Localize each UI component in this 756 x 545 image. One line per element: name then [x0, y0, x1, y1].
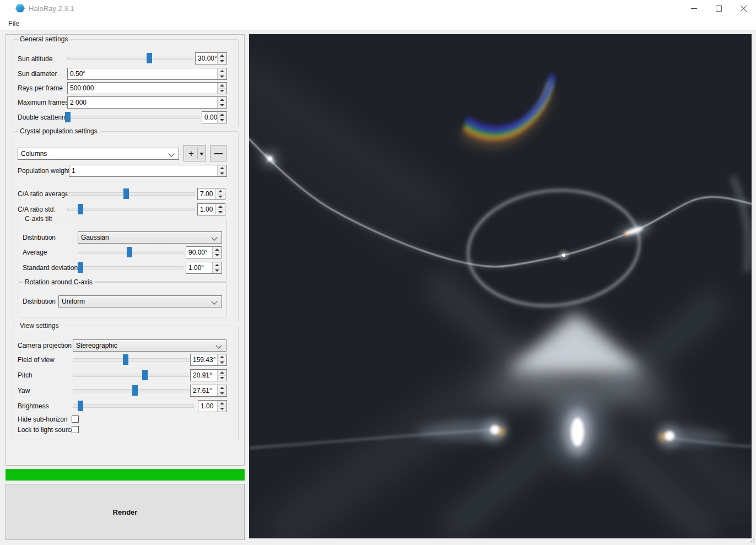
ca-ratio-std-slider-handle[interactable]: [78, 204, 83, 214]
arrow-down-icon: [220, 75, 224, 78]
crystal-population-group: Crystal population settings Columns + Po…: [13, 131, 239, 321]
sun-altitude-slider-handle[interactable]: [147, 53, 152, 63]
field-of-view-slider-handle[interactable]: [123, 354, 128, 365]
rotation-distribution-combobox[interactable]: Uniform: [58, 295, 222, 307]
hide-sub-horizon-checkbox[interactable]: [72, 416, 79, 423]
chevron-down-icon: [211, 234, 217, 240]
group-title: View settings: [18, 322, 61, 330]
spin-down-button[interactable]: [218, 360, 226, 365]
brightness-spinbox[interactable]: 1.00: [198, 400, 227, 412]
ca-ratio-average-label: C/A ratio average: [18, 190, 69, 198]
tilt-std-slider-handle[interactable]: [78, 262, 83, 273]
spin-buttons: [212, 247, 222, 258]
arrow-down-icon: [220, 392, 224, 395]
menu-file[interactable]: File: [6, 19, 22, 29]
spinbox-value: 0.50°: [70, 70, 85, 78]
ca-ratio-std-spinbox[interactable]: 1.00: [197, 203, 225, 215]
camera-projection-combobox[interactable]: Stereographic: [73, 339, 226, 352]
arrow-down-icon: [220, 104, 224, 106]
parhelic-knot-left: [261, 150, 279, 168]
ca-ratio-average-slider-handle[interactable]: [123, 188, 129, 199]
yaw-slider-handle[interactable]: [132, 385, 138, 396]
rays-per-frame-spinbox[interactable]: 500 000: [67, 82, 227, 94]
yaw-spinbox[interactable]: 27.61°: [190, 385, 227, 397]
arrow-down-icon: [215, 254, 219, 256]
spin-down-button[interactable]: [218, 117, 226, 123]
add-population-dropdown-icon[interactable]: [199, 153, 204, 155]
spin-buttons: [217, 385, 226, 396]
double-scattering-slider-handle[interactable]: [65, 112, 71, 122]
close-button[interactable]: [731, 0, 756, 17]
pitch-slider-handle[interactable]: [142, 370, 148, 380]
add-population-button[interactable]: +: [183, 145, 206, 161]
elliptical-halo-arc: [462, 182, 645, 314]
field-of-view-spinbox[interactable]: 159.43°: [190, 354, 227, 366]
spinbox-value: 90.00°: [188, 249, 208, 256]
spin-down-button[interactable]: [218, 88, 226, 94]
sun-altitude-spinbox[interactable]: 30.00°: [195, 52, 227, 64]
plus-icon: +: [184, 148, 198, 159]
outer-halo-right-highlight: [732, 176, 748, 272]
spin-down-button[interactable]: [218, 74, 226, 79]
spin-down-button[interactable]: [218, 406, 226, 412]
bottom-center-light-pillar: [554, 396, 601, 468]
render-button[interactable]: Render: [6, 484, 245, 540]
spin-down-button[interactable]: [216, 209, 225, 215]
tilt-distribution-combobox[interactable]: Gaussian: [78, 231, 222, 244]
arrow-down-icon: [220, 361, 224, 364]
sun-diameter-spinbox[interactable]: 0.50°: [67, 68, 227, 80]
spin-down-button[interactable]: [216, 194, 225, 199]
settings-panel: General settings Sun altitude 30.00° Sun…: [6, 34, 245, 466]
yaw-label: Yaw: [18, 387, 30, 395]
spin-down-button[interactable]: [218, 58, 226, 64]
yaw-slider[interactable]: [73, 389, 193, 392]
minimize-button[interactable]: [682, 0, 706, 17]
arrow-up-icon: [220, 387, 224, 389]
spin-down-button[interactable]: [213, 268, 222, 273]
ca-ratio-average-spinbox[interactable]: 7.00: [197, 188, 225, 200]
tilt-std-spinbox[interactable]: 1.00°: [186, 262, 222, 274]
spin-down-button[interactable]: [218, 171, 226, 176]
titlebar[interactable]: HaloRay 2.3.1: [0, 0, 756, 17]
brightness-slider[interactable]: [73, 404, 194, 408]
spin-down-button[interactable]: [218, 102, 226, 108]
resize-grip[interactable]: [750, 539, 754, 543]
spinbox-value: 0.00: [204, 114, 217, 121]
double-scattering-slider[interactable]: [66, 116, 199, 119]
spin-down-button[interactable]: [213, 252, 222, 258]
render-progress-bar: [6, 469, 245, 481]
tilt-average-slider[interactable]: [78, 251, 183, 254]
arrow-down-icon: [215, 269, 219, 272]
sun-altitude-slider[interactable]: [67, 57, 193, 60]
tilt-average-spinbox[interactable]: 90.00°: [186, 246, 222, 258]
spinbox-value: 2 000: [70, 99, 87, 106]
population-selector-combobox[interactable]: Columns: [18, 148, 179, 160]
arrow-up-icon: [220, 371, 224, 374]
tilt-average-slider-handle[interactable]: [127, 247, 132, 257]
pitch-slider[interactable]: [73, 374, 193, 377]
combobox-value: Columns: [21, 150, 47, 158]
spin-down-button[interactable]: [218, 375, 226, 381]
brightness-slider-handle[interactable]: [78, 401, 83, 411]
maximum-frames-spinbox[interactable]: 2 000: [67, 96, 227, 109]
ca-ratio-std-slider[interactable]: [67, 208, 195, 211]
spin-down-button[interactable]: [218, 391, 226, 396]
arrow-up-icon: [220, 356, 224, 358]
pitch-spinbox[interactable]: 20.91°: [190, 369, 227, 381]
remove-population-button[interactable]: [210, 145, 226, 161]
lock-to-light-source-checkbox[interactable]: [72, 426, 79, 433]
arrow-up-icon: [215, 264, 219, 266]
field-of-view-label: Field of view: [18, 356, 55, 364]
spinbox-value: 20.91°: [193, 371, 212, 379]
tilt-std-slider[interactable]: [78, 266, 183, 269]
spin-buttons: [217, 97, 226, 108]
ca-ratio-average-slider[interactable]: [67, 192, 195, 196]
population-weight-spinbox[interactable]: 1: [69, 165, 227, 177]
arrow-up-icon: [220, 84, 224, 87]
field-of-view-slider[interactable]: [73, 358, 193, 361]
render-viewport[interactable]: [249, 34, 752, 538]
double-scattering-spinbox[interactable]: 0.00: [202, 111, 227, 123]
menubar: File: [0, 17, 756, 31]
maximize-button[interactable]: [706, 0, 731, 17]
chevron-down-icon: [215, 342, 222, 348]
